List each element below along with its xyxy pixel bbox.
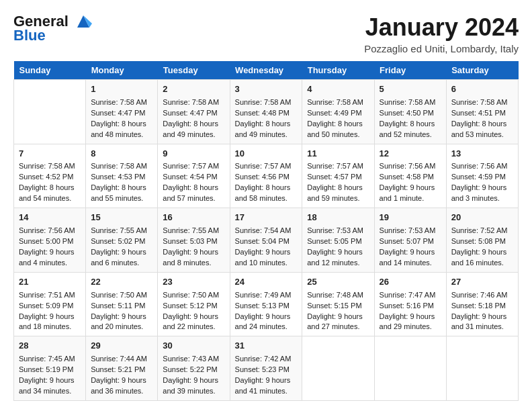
day-number: 9 [163, 148, 224, 161]
calendar-cell [14, 80, 86, 144]
daylight-text: Daylight: 9 hours and 12 minutes. [307, 247, 369, 269]
sunset-text: Sunset: 4:52 PM [19, 172, 81, 183]
calendar-cell: 2Sunrise: 7:58 AMSunset: 4:47 PMDaylight… [158, 80, 230, 144]
sunset-text: Sunset: 5:05 PM [307, 236, 369, 247]
calendar-cell: 19Sunrise: 7:53 AMSunset: 5:07 PMDayligh… [374, 208, 446, 273]
calendar-cell: 22Sunrise: 7:50 AMSunset: 5:11 PMDayligh… [86, 272, 158, 336]
sunset-text: Sunset: 5:12 PM [163, 301, 224, 312]
sunset-text: Sunset: 4:56 PM [235, 172, 298, 183]
day-number: 1 [91, 83, 152, 96]
sunrise-text: Sunrise: 7:58 AM [235, 97, 298, 108]
header-friday: Friday [374, 61, 446, 80]
sunset-text: Sunset: 4:54 PM [163, 172, 224, 183]
calendar-cell: 5Sunrise: 7:58 AMSunset: 4:50 PMDaylight… [374, 80, 446, 144]
day-number: 14 [19, 212, 81, 224]
header-saturday: Saturday [446, 61, 518, 80]
sunrise-text: Sunrise: 7:50 AM [163, 290, 224, 301]
calendar-cell: 30Sunrise: 7:43 AMSunset: 5:22 PMDayligh… [158, 336, 230, 401]
daylight-text: Daylight: 8 hours and 57 minutes. [163, 183, 224, 204]
day-number: 3 [235, 83, 298, 96]
calendar-cell: 7Sunrise: 7:58 AMSunset: 4:52 PMDaylight… [14, 144, 86, 208]
sunrise-text: Sunrise: 7:55 AM [91, 226, 152, 236]
logo: General Blue [13, 13, 92, 44]
day-number: 29 [91, 340, 152, 353]
calendar-cell: 14Sunrise: 7:56 AMSunset: 5:00 PMDayligh… [14, 208, 86, 273]
daylight-text: Daylight: 9 hours and 39 minutes. [163, 375, 224, 397]
sunrise-text: Sunrise: 7:58 AM [380, 97, 441, 108]
day-number: 26 [380, 276, 441, 289]
header-thursday: Thursday [302, 61, 374, 80]
calendar-cell: 20Sunrise: 7:52 AMSunset: 5:08 PMDayligh… [446, 208, 518, 273]
sunrise-text: Sunrise: 7:58 AM [19, 161, 81, 172]
daylight-text: Daylight: 9 hours and 27 minutes. [307, 312, 369, 333]
day-number: 27 [451, 276, 513, 289]
daylight-text: Daylight: 9 hours and 1 minute. [380, 183, 441, 204]
daylight-text: Daylight: 8 hours and 53 minutes. [451, 119, 513, 140]
calendar-cell: 10Sunrise: 7:57 AMSunset: 4:56 PMDayligh… [230, 144, 302, 208]
week-row-5: 28Sunrise: 7:45 AMSunset: 5:19 PMDayligh… [14, 336, 519, 401]
sunrise-text: Sunrise: 7:51 AM [19, 290, 81, 301]
day-number: 2 [163, 83, 224, 96]
daylight-text: Daylight: 9 hours and 29 minutes. [380, 312, 441, 333]
sunset-text: Sunset: 4:47 PM [91, 108, 152, 119]
sunset-text: Sunset: 4:49 PM [307, 108, 369, 119]
week-row-2: 7Sunrise: 7:58 AMSunset: 4:52 PMDaylight… [14, 144, 519, 208]
sunrise-text: Sunrise: 7:49 AM [235, 290, 298, 301]
sunset-text: Sunset: 5:11 PM [91, 301, 152, 312]
calendar-cell: 26Sunrise: 7:47 AMSunset: 5:16 PMDayligh… [374, 272, 446, 336]
calendar-cell: 24Sunrise: 7:49 AMSunset: 5:13 PMDayligh… [230, 272, 302, 336]
sunrise-text: Sunrise: 7:58 AM [307, 97, 369, 108]
sunrise-text: Sunrise: 7:56 AM [19, 226, 81, 236]
day-number: 20 [451, 212, 513, 224]
calendar-cell [446, 336, 518, 401]
calendar-cell: 25Sunrise: 7:48 AMSunset: 5:15 PMDayligh… [302, 272, 374, 336]
daylight-text: Daylight: 9 hours and 10 minutes. [235, 247, 298, 269]
daylight-text: Daylight: 8 hours and 58 minutes. [235, 183, 298, 204]
daylight-text: Daylight: 9 hours and 6 minutes. [91, 247, 152, 269]
sunset-text: Sunset: 4:51 PM [451, 108, 513, 119]
day-number: 11 [307, 148, 369, 161]
daylight-text: Daylight: 9 hours and 24 minutes. [235, 312, 298, 333]
sunrise-text: Sunrise: 7:56 AM [451, 161, 513, 172]
page-header: General Blue January 2024 Pozzaglio ed U… [13, 13, 519, 54]
sunrise-text: Sunrise: 7:53 AM [307, 226, 369, 236]
day-number: 13 [451, 148, 513, 161]
daylight-text: Daylight: 8 hours and 55 minutes. [91, 183, 152, 204]
sunset-text: Sunset: 5:13 PM [235, 301, 298, 312]
logo-icon [75, 14, 92, 29]
sunrise-text: Sunrise: 7:57 AM [235, 161, 298, 172]
day-number: 16 [163, 212, 224, 224]
calendar-cell: 31Sunrise: 7:42 AMSunset: 5:23 PMDayligh… [230, 336, 302, 401]
calendar-cell: 15Sunrise: 7:55 AMSunset: 5:02 PMDayligh… [86, 208, 158, 273]
sunrise-text: Sunrise: 7:47 AM [380, 290, 441, 301]
month-title: January 2024 [364, 13, 519, 42]
sunrise-text: Sunrise: 7:57 AM [163, 161, 224, 172]
title-block: January 2024 Pozzaglio ed Uniti, Lombard… [364, 13, 519, 54]
day-number: 10 [235, 148, 298, 161]
calendar-cell [374, 336, 446, 401]
sunset-text: Sunset: 5:02 PM [91, 236, 152, 247]
calendar-cell [302, 336, 374, 401]
sunset-text: Sunset: 5:03 PM [163, 236, 224, 247]
day-number: 5 [380, 83, 441, 96]
day-number: 17 [235, 212, 298, 224]
calendar-cell: 1Sunrise: 7:58 AMSunset: 4:47 PMDaylight… [86, 80, 158, 144]
sunrise-text: Sunrise: 7:43 AM [163, 354, 224, 365]
sunset-text: Sunset: 5:22 PM [163, 365, 224, 375]
day-number: 6 [451, 83, 513, 96]
week-row-4: 21Sunrise: 7:51 AMSunset: 5:09 PMDayligh… [14, 272, 519, 336]
calendar-cell: 27Sunrise: 7:46 AMSunset: 5:18 PMDayligh… [446, 272, 518, 336]
header-wednesday: Wednesday [230, 61, 302, 80]
sunrise-text: Sunrise: 7:58 AM [91, 97, 152, 108]
week-row-3: 14Sunrise: 7:56 AMSunset: 5:00 PMDayligh… [14, 208, 519, 273]
day-number: 23 [163, 276, 224, 289]
calendar-cell: 18Sunrise: 7:53 AMSunset: 5:05 PMDayligh… [302, 208, 374, 273]
calendar-cell: 3Sunrise: 7:58 AMSunset: 4:48 PMDaylight… [230, 80, 302, 144]
sunrise-text: Sunrise: 7:58 AM [91, 161, 152, 172]
sunrise-text: Sunrise: 7:53 AM [380, 226, 441, 236]
sunset-text: Sunset: 4:50 PM [380, 108, 441, 119]
header-sunday: Sunday [14, 61, 86, 80]
calendar-cell: 9Sunrise: 7:57 AMSunset: 4:54 PMDaylight… [158, 144, 230, 208]
day-number: 25 [307, 276, 369, 289]
calendar-header-row: SundayMondayTuesdayWednesdayThursdayFrid… [14, 61, 519, 80]
